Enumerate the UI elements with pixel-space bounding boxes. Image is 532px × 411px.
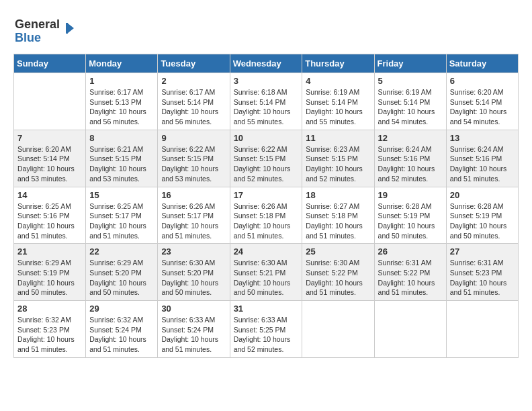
calendar-cell: 12Sunrise: 6:24 AM Sunset: 5:16 PM Dayli… <box>374 130 446 187</box>
calendar-cell: 30Sunrise: 6:33 AM Sunset: 5:24 PM Dayli… <box>158 301 230 358</box>
calendar-cell <box>302 301 374 358</box>
calendar-cell: 17Sunrise: 6:26 AM Sunset: 5:18 PM Dayli… <box>230 187 302 244</box>
calendar-cell: 31Sunrise: 6:33 AM Sunset: 5:25 PM Dayli… <box>230 301 302 358</box>
calendar-cell: 15Sunrise: 6:25 AM Sunset: 5:17 PM Dayli… <box>86 187 158 244</box>
day-number: 25 <box>306 246 370 257</box>
logo: General Blue <box>13 13 74 47</box>
calendar-cell: 18Sunrise: 6:27 AM Sunset: 5:18 PM Dayli… <box>302 187 374 244</box>
day-number: 11 <box>306 133 370 143</box>
day-info: Sunrise: 6:18 AM Sunset: 5:14 PM Dayligh… <box>234 87 299 127</box>
day-info: Sunrise: 6:29 AM Sunset: 5:19 PM Dayligh… <box>17 258 82 298</box>
day-info: Sunrise: 6:19 AM Sunset: 5:14 PM Dayligh… <box>378 87 443 127</box>
day-number: 12 <box>378 133 443 143</box>
day-number: 13 <box>450 133 515 143</box>
day-info: Sunrise: 6:26 AM Sunset: 5:18 PM Dayligh… <box>234 201 299 241</box>
day-number: 30 <box>161 304 226 314</box>
calendar-header-row: SundayMondayTuesdayWednesdayThursdayFrid… <box>14 54 519 73</box>
calendar-cell <box>14 73 86 130</box>
calendar-cell: 10Sunrise: 6:22 AM Sunset: 5:15 PM Dayli… <box>230 130 302 187</box>
day-number: 28 <box>17 304 82 314</box>
day-number: 2 <box>161 76 226 86</box>
calendar-cell: 21Sunrise: 6:29 AM Sunset: 5:19 PM Dayli… <box>14 244 86 301</box>
calendar-cell: 16Sunrise: 6:26 AM Sunset: 5:17 PM Dayli… <box>158 187 230 244</box>
day-number: 8 <box>89 133 154 143</box>
calendar-cell: 7Sunrise: 6:20 AM Sunset: 5:14 PM Daylig… <box>14 130 86 187</box>
day-number: 6 <box>450 76 515 86</box>
day-info: Sunrise: 6:28 AM Sunset: 5:19 PM Dayligh… <box>378 201 443 241</box>
day-number: 24 <box>234 246 299 257</box>
calendar-cell: 29Sunrise: 6:32 AM Sunset: 5:24 PM Dayli… <box>86 301 158 358</box>
calendar-cell: 28Sunrise: 6:32 AM Sunset: 5:23 PM Dayli… <box>14 301 86 358</box>
day-number: 5 <box>378 76 443 86</box>
day-info: Sunrise: 6:24 AM Sunset: 5:16 PM Dayligh… <box>450 144 515 184</box>
calendar-cell: 11Sunrise: 6:23 AM Sunset: 5:15 PM Dayli… <box>302 130 374 187</box>
day-info: Sunrise: 6:27 AM Sunset: 5:18 PM Dayligh… <box>306 201 370 241</box>
day-info: Sunrise: 6:30 AM Sunset: 5:21 PM Dayligh… <box>234 258 299 298</box>
svg-rect-3 <box>66 23 68 34</box>
day-number: 14 <box>17 190 82 200</box>
day-info: Sunrise: 6:22 AM Sunset: 5:15 PM Dayligh… <box>234 144 299 184</box>
calendar-cell: 5Sunrise: 6:19 AM Sunset: 5:14 PM Daylig… <box>374 73 446 130</box>
day-info: Sunrise: 6:32 AM Sunset: 5:23 PM Dayligh… <box>17 315 82 355</box>
header-thursday: Thursday <box>302 54 374 73</box>
logo-svg: General Blue <box>13 13 74 47</box>
day-info: Sunrise: 6:33 AM Sunset: 5:24 PM Dayligh… <box>161 315 226 355</box>
header-monday: Monday <box>86 54 158 73</box>
calendar-cell: 22Sunrise: 6:29 AM Sunset: 5:20 PM Dayli… <box>86 244 158 301</box>
day-number: 16 <box>161 190 226 200</box>
day-number: 1 <box>89 76 154 86</box>
calendar-cell: 19Sunrise: 6:28 AM Sunset: 5:19 PM Dayli… <box>374 187 446 244</box>
week-row-5: 28Sunrise: 6:32 AM Sunset: 5:23 PM Dayli… <box>14 301 519 358</box>
day-number: 22 <box>89 246 154 257</box>
calendar-cell: 27Sunrise: 6:31 AM Sunset: 5:23 PM Dayli… <box>446 244 518 301</box>
svg-text:General: General <box>15 17 60 31</box>
day-number: 26 <box>378 246 443 257</box>
week-row-3: 14Sunrise: 6:25 AM Sunset: 5:16 PM Dayli… <box>14 187 519 244</box>
day-number: 27 <box>450 246 515 257</box>
calendar-cell: 23Sunrise: 6:30 AM Sunset: 5:20 PM Dayli… <box>158 244 230 301</box>
day-info: Sunrise: 6:26 AM Sunset: 5:17 PM Dayligh… <box>161 201 226 241</box>
day-info: Sunrise: 6:17 AM Sunset: 5:14 PM Dayligh… <box>161 87 226 127</box>
week-row-1: 1Sunrise: 6:17 AM Sunset: 5:13 PM Daylig… <box>14 73 519 130</box>
svg-marker-2 <box>67 23 74 34</box>
day-number: 23 <box>161 246 226 257</box>
calendar-cell: 9Sunrise: 6:22 AM Sunset: 5:15 PM Daylig… <box>158 130 230 187</box>
day-info: Sunrise: 6:20 AM Sunset: 5:14 PM Dayligh… <box>450 87 515 127</box>
day-info: Sunrise: 6:31 AM Sunset: 5:23 PM Dayligh… <box>450 258 515 298</box>
day-info: Sunrise: 6:20 AM Sunset: 5:14 PM Dayligh… <box>17 144 82 184</box>
calendar-cell: 4Sunrise: 6:19 AM Sunset: 5:14 PM Daylig… <box>302 73 374 130</box>
day-info: Sunrise: 6:17 AM Sunset: 5:13 PM Dayligh… <box>89 87 154 127</box>
day-info: Sunrise: 6:30 AM Sunset: 5:20 PM Dayligh… <box>161 258 226 298</box>
svg-text:Blue: Blue <box>15 31 41 44</box>
calendar-cell: 6Sunrise: 6:20 AM Sunset: 5:14 PM Daylig… <box>446 73 518 130</box>
day-info: Sunrise: 6:30 AM Sunset: 5:22 PM Dayligh… <box>306 258 370 298</box>
calendar-cell: 24Sunrise: 6:30 AM Sunset: 5:21 PM Dayli… <box>230 244 302 301</box>
week-row-2: 7Sunrise: 6:20 AM Sunset: 5:14 PM Daylig… <box>14 130 519 187</box>
header-saturday: Saturday <box>446 54 518 73</box>
calendar-cell: 2Sunrise: 6:17 AM Sunset: 5:14 PM Daylig… <box>158 73 230 130</box>
day-number: 17 <box>234 190 299 200</box>
calendar-cell <box>446 301 518 358</box>
day-number: 21 <box>17 246 82 257</box>
header-friday: Friday <box>374 54 446 73</box>
day-info: Sunrise: 6:22 AM Sunset: 5:15 PM Dayligh… <box>161 144 226 184</box>
day-info: Sunrise: 6:32 AM Sunset: 5:24 PM Dayligh… <box>89 315 154 355</box>
day-info: Sunrise: 6:21 AM Sunset: 5:15 PM Dayligh… <box>89 144 154 184</box>
week-row-4: 21Sunrise: 6:29 AM Sunset: 5:19 PM Dayli… <box>14 244 519 301</box>
calendar-cell: 13Sunrise: 6:24 AM Sunset: 5:16 PM Dayli… <box>446 130 518 187</box>
calendar-cell: 20Sunrise: 6:28 AM Sunset: 5:19 PM Dayli… <box>446 187 518 244</box>
day-info: Sunrise: 6:33 AM Sunset: 5:25 PM Dayligh… <box>234 315 299 355</box>
day-number: 20 <box>450 190 515 200</box>
calendar-cell <box>374 301 446 358</box>
day-info: Sunrise: 6:25 AM Sunset: 5:16 PM Dayligh… <box>17 201 82 241</box>
day-number: 4 <box>306 76 370 86</box>
calendar-cell: 14Sunrise: 6:25 AM Sunset: 5:16 PM Dayli… <box>14 187 86 244</box>
day-info: Sunrise: 6:31 AM Sunset: 5:22 PM Dayligh… <box>378 258 443 298</box>
calendar-cell: 26Sunrise: 6:31 AM Sunset: 5:22 PM Dayli… <box>374 244 446 301</box>
day-number: 9 <box>161 133 226 143</box>
calendar-cell: 3Sunrise: 6:18 AM Sunset: 5:14 PM Daylig… <box>230 73 302 130</box>
day-info: Sunrise: 6:19 AM Sunset: 5:14 PM Dayligh… <box>306 87 370 127</box>
day-number: 15 <box>89 190 154 200</box>
header: General Blue <box>13 13 519 47</box>
header-wednesday: Wednesday <box>230 54 302 73</box>
